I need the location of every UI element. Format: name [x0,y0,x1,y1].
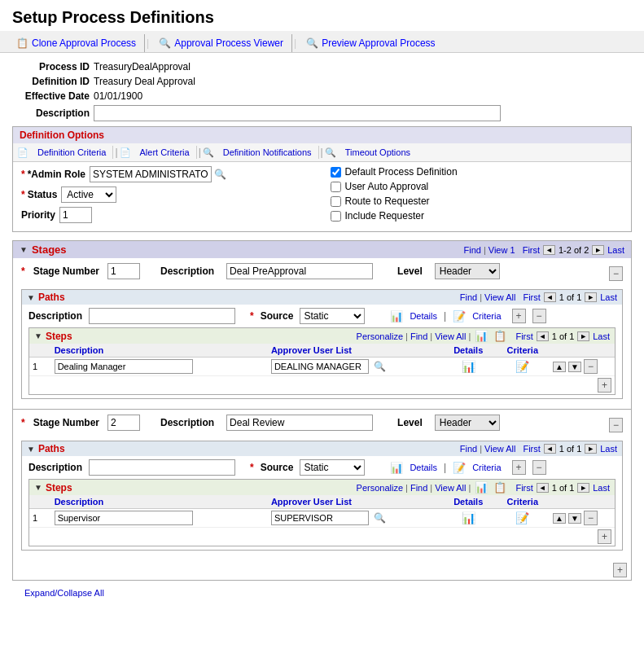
steps-2-first-btn[interactable]: First [515,483,532,493]
tab-preview[interactable]: 🔍 Preview Approval Process [298,34,443,52]
step-2-1-search-icon[interactable]: 🔍 [374,512,386,524]
stages-find-btn[interactable]: Find [464,245,481,255]
doc-icon-alertcriteria: 📄 [120,147,131,158]
paths-2-details-btn[interactable]: Details [410,463,437,472]
step-1-1-down-btn[interactable]: ▼ [568,362,581,372]
paths-2-viewall-btn[interactable]: View All [484,444,515,454]
steps-2-find-btn[interactable]: Find [410,483,427,493]
stage-2-remove-btn[interactable]: − [609,418,623,432]
step-2-1-details-icon[interactable]: 📊 [462,511,475,524]
step-1-1-criteria-icon[interactable]: 📝 [515,360,529,373]
paths-1-details-btn[interactable]: Details [410,311,437,321]
step-1-1-search-icon[interactable]: 🔍 [374,361,386,372]
include-requester-checkbox[interactable] [331,211,341,222]
paths-2-collapse-icon[interactable]: ▼ [27,445,35,454]
step-2-1-remove-btn[interactable]: − [584,511,598,525]
paths-1-collapse-icon[interactable]: ▼ [27,293,35,302]
step-1-1-remove-btn[interactable]: − [584,359,598,374]
steps-1-prev-btn[interactable]: ◄ [537,331,549,341]
step-1-1-desc-input[interactable] [55,359,193,374]
route-to-requester-checkbox[interactable] [331,196,341,207]
priority-input[interactable] [59,207,92,223]
steps-1-add-btn[interactable]: + [598,378,611,393]
step-1-1-details-icon[interactable]: 📊 [462,360,475,373]
stage-2-level[interactable]: Header [435,415,500,431]
paths-1-first-btn[interactable]: First [523,292,540,302]
user-auto-approval-label: User Auto Approval [345,181,429,192]
step-2-1-approver-input[interactable] [271,511,369,525]
step-1-1-approver-input[interactable] [271,359,369,374]
stage-1-description[interactable] [226,263,373,279]
paths-1-add-btn[interactable]: + [512,309,526,323]
step-2-1-up-btn[interactable]: ▲ [553,513,566,524]
default-process-checkbox[interactable] [331,167,341,178]
stages-last-btn[interactable]: Last [607,245,624,255]
steps-1-add-row: + [29,376,615,394]
paths-2-last-btn[interactable]: Last [600,444,617,454]
stage-2-number[interactable] [107,415,140,431]
user-auto-approval-checkbox[interactable] [331,182,341,192]
steps-2-personalize-btn[interactable]: Personalize [357,483,403,493]
tab-timeout-options[interactable]: Timeout Options [339,146,417,159]
viewer-icon: 🔍 [159,37,171,49]
paths-1-criteria-btn[interactable]: Criteria [472,311,501,321]
paths-2-prev-btn[interactable]: ◄ [544,444,556,454]
steps-2-last-btn[interactable]: Last [593,483,610,493]
paths-2-description[interactable] [89,459,235,476]
stage-2-description[interactable] [226,415,373,431]
tab-clone[interactable]: 📋 Clone Approval Process [8,34,145,52]
tab-definition-criteria[interactable]: Definition Criteria [31,146,113,159]
steps-2-title: ▼ Steps [34,482,357,494]
step-2-1-desc-input[interactable] [55,511,193,525]
paths-2-source-select[interactable]: Static Dynamic [300,459,365,476]
paths-1-find-btn[interactable]: Find [460,292,477,302]
paths-1-description[interactable] [89,308,235,324]
paths-1-next-btn[interactable]: ► [585,292,597,302]
stage-1-number[interactable] [107,263,140,279]
steps-1-first-btn[interactable]: First [515,331,532,341]
stages-next-btn[interactable]: ► [592,245,604,255]
stages-view1-btn[interactable]: View 1 [488,245,515,255]
stages-first-btn[interactable]: First [523,245,540,255]
paths-1-remove-btn[interactable]: − [532,309,546,323]
steps-1-personalize-btn[interactable]: Personalize [357,331,403,341]
steps-1-viewall-btn[interactable]: View All [435,331,466,341]
step-2-1-down-btn[interactable]: ▼ [568,513,581,524]
stage-1-remove-btn[interactable]: − [609,266,623,281]
paths-1-viewall-btn[interactable]: View All [484,292,515,302]
tab-definition-notifications[interactable]: Definition Notifications [217,146,319,159]
steps-2-collapse-icon[interactable]: ▼ [34,483,42,492]
stages-prev-btn[interactable]: ◄ [543,245,555,255]
paths-2-next-btn[interactable]: ► [585,444,597,454]
status-select[interactable]: Active Inactive [61,186,116,203]
paths-2-remove-btn[interactable]: − [532,460,546,475]
description-input[interactable] [94,105,501,121]
step-1-1-up-btn[interactable]: ▲ [553,362,566,372]
paths-2-criteria-btn[interactable]: Criteria [472,463,501,472]
stage-1-level[interactable]: Header [435,263,500,279]
steps-2-prev-btn[interactable]: ◄ [537,483,549,493]
paths-1-last-btn[interactable]: Last [600,292,617,302]
tab-alert-criteria[interactable]: Alert Criteria [134,146,197,159]
steps-2-viewall-btn[interactable]: View All [435,483,466,493]
steps-2-next-btn[interactable]: ► [577,483,589,493]
paths-1-criteria-icon: 📝 [453,310,466,322]
admin-role-search-icon[interactable]: 🔍 [214,169,226,180]
paths-2-find-btn[interactable]: Find [460,444,477,454]
steps-1-next-btn[interactable]: ► [577,331,589,341]
steps-1-collapse-icon[interactable]: ▼ [34,331,42,340]
effective-date-value: 01/01/1900 [94,90,142,102]
paths-2-first-btn[interactable]: First [523,444,540,454]
add-stage-btn[interactable]: + [613,563,627,577]
stages-collapse-icon[interactable]: ▼ [20,245,28,254]
steps-2-add-btn[interactable]: + [598,529,611,544]
paths-2-add-btn[interactable]: + [512,460,526,475]
admin-role-input[interactable] [90,166,212,182]
steps-1-find-btn[interactable]: Find [410,331,427,341]
expand-collapse-btn[interactable]: Expand/Collapse All [12,585,116,601]
step-2-1-criteria-icon[interactable]: 📝 [515,511,529,524]
tab-viewer[interactable]: 🔍 Approval Process Viewer [151,34,292,52]
paths-1-source-select[interactable]: Static Dynamic [300,308,365,324]
paths-1-prev-btn[interactable]: ◄ [544,292,556,302]
steps-1-last-btn[interactable]: Last [593,331,610,341]
